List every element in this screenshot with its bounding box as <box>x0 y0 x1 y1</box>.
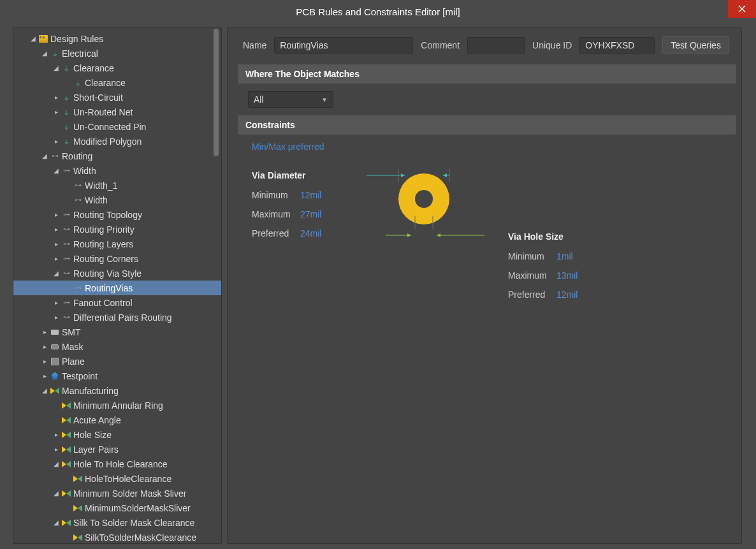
collapse-arrow-icon[interactable]: ▸ <box>52 299 61 306</box>
tree-routing-via-style[interactable]: ◢⊶Routing Via Style <box>13 266 221 281</box>
expand-arrow-icon[interactable]: ◢ <box>40 152 49 159</box>
comment-input[interactable] <box>467 37 525 54</box>
via-diameter-group: Via Diameter Minimum12mil Maximum27mil P… <box>252 170 367 304</box>
minmax-preferred-link[interactable]: Min/Max preferred <box>252 142 324 152</box>
expand-arrow-icon[interactable]: ◢ <box>29 35 38 42</box>
tree-label: HoleToHoleClearance <box>85 474 171 484</box>
name-input[interactable] <box>274 37 413 54</box>
tree-label: Width_1 <box>85 180 117 191</box>
tree-label: Routing <box>62 151 92 161</box>
collapse-arrow-icon[interactable]: ▸ <box>52 431 61 438</box>
collapse-arrow-icon[interactable]: ▸ <box>52 138 61 145</box>
tree-scrollbar[interactable] <box>212 29 220 542</box>
routing-icon: ⊶ <box>61 254 72 263</box>
collapse-arrow-icon[interactable]: ▸ <box>52 255 61 262</box>
routing-icon: ⊶ <box>61 313 72 321</box>
collapse-arrow-icon[interactable]: ▸ <box>52 108 61 115</box>
tree-smt[interactable]: ▸SMT <box>13 325 221 339</box>
dia-pref-value[interactable]: 24mil <box>300 228 321 238</box>
tree-short-circuit[interactable]: ▸⏚Short-Circuit <box>13 90 221 105</box>
expand-arrow-icon[interactable]: ◢ <box>52 490 61 497</box>
tree-clearance-rule[interactable]: ▸⏚Clearance <box>13 75 221 90</box>
collapse-arrow-icon[interactable]: ▸ <box>40 328 49 335</box>
tree-routing-topology[interactable]: ▸⊶Routing Topology <box>13 207 221 222</box>
expand-arrow-icon[interactable]: ◢ <box>52 64 61 71</box>
collapse-arrow-icon[interactable]: ▸ <box>52 211 61 218</box>
routing-icon: ⊶ <box>61 225 72 233</box>
folder-icon <box>38 35 49 43</box>
hole-pref-value[interactable]: 12mil <box>556 289 578 300</box>
collapse-arrow-icon[interactable]: ▸ <box>52 94 61 101</box>
match-scope-dropdown[interactable]: All ▼ <box>248 91 333 108</box>
collapse-arrow-icon[interactable]: ▸ <box>40 343 49 350</box>
tree-min-sms[interactable]: ◢Minimum Solder Mask Sliver <box>13 486 221 501</box>
tree-stsm[interactable]: ◢Silk To Solder Mask Clearance <box>13 515 221 530</box>
expand-arrow-icon[interactable]: ◢ <box>40 387 49 394</box>
tree-routing-corners[interactable]: ▸⊶Routing Corners <box>13 251 221 266</box>
tree-unrouted-net[interactable]: ▸⏚Un-Routed Net <box>13 105 221 119</box>
expand-arrow-icon[interactable]: ◢ <box>52 270 61 277</box>
electrical-icon: ⏚ <box>49 50 61 57</box>
tree-routing[interactable]: ◢⊶Routing <box>13 149 221 163</box>
tree-testpoint[interactable]: ▸Testpoint <box>13 369 221 383</box>
uid-input[interactable] <box>579 37 655 54</box>
collapse-arrow-icon[interactable]: ▸ <box>40 372 49 379</box>
pref-label: Preferred <box>508 289 556 300</box>
tree-min-sms-rule[interactable]: ▸MinimumSolderMaskSliver <box>13 501 221 515</box>
tree-hole-size[interactable]: ▸Hole Size <box>13 427 221 442</box>
routing-icon: ⊶ <box>72 196 84 204</box>
expand-arrow-icon[interactable]: ◢ <box>40 50 49 57</box>
tree-unconnected-pin[interactable]: ▸⏚Un-Connected Pin <box>13 119 221 134</box>
expand-arrow-icon[interactable]: ◢ <box>52 460 61 467</box>
tree-manufacturing[interactable]: ◢Manufacturing <box>13 383 221 398</box>
tree-label: Acute Angle <box>73 415 121 425</box>
tree-width-rule[interactable]: ▸⊶Width <box>13 193 221 207</box>
dia-max-value[interactable]: 27mil <box>300 209 321 219</box>
scrollbar-thumb[interactable] <box>214 29 219 156</box>
tree-label: RoutingVias <box>85 283 133 293</box>
tree-label: SilkToSolderMaskClearance <box>85 532 196 543</box>
tree-label: Routing Layers <box>73 239 133 249</box>
collapse-arrow-icon[interactable]: ▸ <box>52 240 61 247</box>
collapse-arrow-icon[interactable]: ▸ <box>52 446 61 453</box>
hole-max-value[interactable]: 13mil <box>556 270 578 281</box>
collapse-arrow-icon[interactable]: ▸ <box>40 358 49 365</box>
tree-routing-layers[interactable]: ▸⊶Routing Layers <box>13 237 221 251</box>
tree-width-1[interactable]: ▸⊶Width_1 <box>13 178 221 193</box>
tree-clearance-cat[interactable]: ◢⏚Clearance <box>13 61 221 75</box>
expand-arrow-icon[interactable]: ◢ <box>52 167 61 174</box>
hole-min-value[interactable]: 1mil <box>556 251 573 261</box>
tree-routing-vias[interactable]: ▸⊶RoutingVias <box>13 281 221 295</box>
rules-tree[interactable]: ◢Design Rules ◢⏚Electrical ◢⏚Clearance ▸… <box>13 27 221 543</box>
tree-acute-angle[interactable]: ▸Acute Angle <box>13 413 221 427</box>
tree-label: Plane <box>62 356 85 367</box>
collapse-arrow-icon[interactable]: ▸ <box>52 314 61 321</box>
tree-electrical[interactable]: ◢⏚Electrical <box>13 46 221 61</box>
electrical-icon: ⏚ <box>61 123 72 131</box>
test-queries-button[interactable]: Test Queries <box>662 36 729 54</box>
tree-hth-clearance[interactable]: ◢Hole To Hole Clearance <box>13 457 221 471</box>
tree-fanout-control[interactable]: ▸⊶Fanout Control <box>13 295 221 310</box>
routing-icon: ⊶ <box>61 269 72 277</box>
tree-width-cat[interactable]: ◢⊶Width <box>13 163 221 178</box>
tree-layer-pairs[interactable]: ▸Layer Pairs <box>13 442 221 457</box>
tree-mask[interactable]: ▸Mask <box>13 339 221 354</box>
dia-min-value[interactable]: 12mil <box>300 190 321 200</box>
svg-marker-14 <box>437 233 440 237</box>
tree-root[interactable]: ◢Design Rules <box>13 31 221 46</box>
expand-arrow-icon[interactable]: ◢ <box>52 519 61 526</box>
tree-label: Routing Corners <box>73 254 138 264</box>
tree-diff-pairs[interactable]: ▸⊶Differential Pairs Routing <box>13 310 221 325</box>
routing-icon: ⊶ <box>61 210 72 219</box>
collapse-arrow-icon[interactable]: ▸ <box>52 226 61 233</box>
tree-stsm-rule[interactable]: ▸SilkToSolderMaskClearance <box>13 530 221 543</box>
uid-label: Unique ID <box>532 40 572 50</box>
close-button[interactable] <box>728 0 756 18</box>
tree-modified-polygon[interactable]: ▸⏚Modified Polygon <box>13 134 221 149</box>
tree-label: Routing Via Style <box>73 268 142 279</box>
tree-plane[interactable]: ▸Plane <box>13 354 221 369</box>
tree-min-annular[interactable]: ▸Minimum Annular Ring <box>13 398 221 413</box>
electrical-icon: ⏚ <box>61 64 72 72</box>
tree-routing-priority[interactable]: ▸⊶Routing Priority <box>13 222 221 237</box>
tree-hth-rule[interactable]: ▸HoleToHoleClearance <box>13 471 221 486</box>
